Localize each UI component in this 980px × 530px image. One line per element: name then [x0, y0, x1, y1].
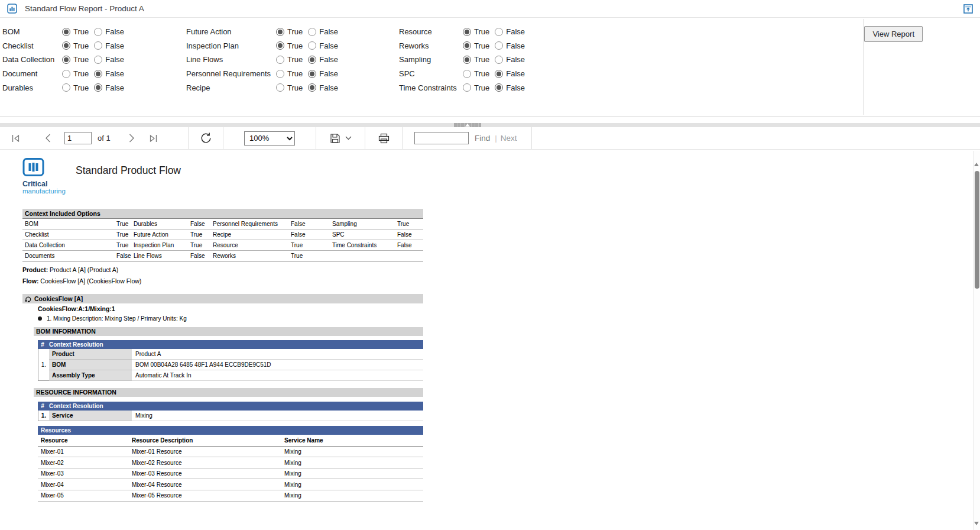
- radio-sampling-true[interactable]: True: [463, 55, 489, 64]
- next-page-button[interactable]: [128, 133, 135, 143]
- radio-checklist-true[interactable]: True: [62, 41, 89, 50]
- refresh-icon[interactable]: [199, 131, 213, 145]
- param-row-document: Document True False: [2, 67, 129, 81]
- report-viewer-toolbar: of 1 100%: [0, 127, 980, 150]
- save-dropdown-chevron-icon[interactable]: [345, 136, 352, 140]
- radio-recipe-true[interactable]: True: [276, 83, 303, 92]
- report-title: Standard Product Flow: [76, 164, 181, 177]
- scrollbar-thumb[interactable]: [975, 171, 979, 289]
- table-row: BOMTrue DurablesFalse Personnel Requirem…: [22, 219, 423, 230]
- scrollbar-down-arrow-icon[interactable]: [974, 522, 979, 525]
- param-row-spc: SPC True False: [399, 67, 530, 81]
- report-page: Critical manufacturing Standard Product …: [0, 150, 973, 530]
- param-row-inspection-plan: Inspection Plan True False: [186, 39, 343, 53]
- logo-bars-icon: [22, 158, 44, 177]
- bom-row-number: 1.: [38, 349, 49, 381]
- radio-spc-false[interactable]: False: [495, 69, 525, 78]
- find-group: Find | Next: [403, 127, 531, 149]
- radio-bom-true[interactable]: True: [62, 27, 89, 36]
- radio-reworks-false[interactable]: False: [495, 41, 525, 50]
- radio-line-flows-true[interactable]: True: [276, 55, 303, 64]
- radio-personnel-requirements-false[interactable]: False: [308, 69, 338, 78]
- radio-personnel-requirements-true[interactable]: True: [276, 69, 303, 78]
- zoom-group: 100%: [223, 127, 316, 149]
- radio-data-collection-true[interactable]: True: [62, 55, 89, 64]
- export-window-icon[interactable]: [963, 4, 973, 16]
- param-row-checklist: Checklist True False: [2, 39, 129, 53]
- flow-section-bar: CookiesFlow [A]: [22, 294, 423, 303]
- critical-manufacturing-logo: Critical manufacturing: [22, 158, 73, 195]
- radio-document-true[interactable]: True: [62, 69, 89, 78]
- parameters-column-3: Resource True False Reworks True False S…: [399, 25, 530, 95]
- bom-information-header: BOM INFORMATION: [34, 327, 423, 336]
- param-row-data-collection: Data Collection True False: [2, 53, 129, 67]
- radio-inspection-plan-true[interactable]: True: [276, 41, 303, 50]
- radio-time-constraints-false[interactable]: False: [495, 83, 525, 92]
- find-text-input[interactable]: [414, 132, 469, 144]
- param-row-reworks: Reworks True False: [399, 39, 530, 53]
- resources-header-bar: Resources: [38, 426, 423, 435]
- page-navigation-group: of 1: [0, 127, 188, 149]
- flow-icon: [25, 296, 31, 302]
- step-path: CookiesFlow:A:1/Mixing:1: [38, 305, 115, 312]
- radio-sampling-false[interactable]: False: [495, 55, 525, 64]
- table-row: Mixer-03 Mixer-03 Resource Mixing: [38, 468, 423, 480]
- radio-time-constraints-true[interactable]: True: [463, 83, 489, 92]
- parameters-column-1: BOM True False Checklist True False Data…: [2, 25, 129, 95]
- report-chart-icon: [7, 4, 17, 14]
- radio-inspection-plan-false[interactable]: False: [308, 41, 338, 50]
- radio-bom-false[interactable]: False: [94, 27, 124, 36]
- radio-future-action-false[interactable]: False: [308, 27, 338, 36]
- radio-durables-true[interactable]: True: [62, 83, 89, 92]
- radio-data-collection-false[interactable]: False: [94, 55, 124, 64]
- param-row-durables: Durables True False: [2, 80, 129, 95]
- page-title: Standard Flow Report - Product A: [25, 4, 144, 13]
- find-next-divider: |: [495, 134, 497, 143]
- table-row: DocumentsFalse Line FlowsFalse ReworksTr…: [22, 251, 423, 261]
- save-export-icon[interactable]: [330, 133, 340, 144]
- radio-resource-false[interactable]: False: [495, 27, 525, 36]
- print-icon[interactable]: [378, 133, 390, 144]
- page-number-input[interactable]: [64, 132, 92, 144]
- first-page-button[interactable]: [11, 134, 21, 143]
- spacer: [0, 117, 980, 123]
- zoom-select[interactable]: 100%: [244, 131, 295, 146]
- splitter-collapse-handle[interactable]: [454, 123, 481, 127]
- param-row-future-action: Future Action True False: [186, 25, 343, 39]
- radio-document-false[interactable]: False: [94, 69, 124, 78]
- find-link[interactable]: Find: [475, 134, 490, 143]
- radio-resource-true[interactable]: True: [463, 27, 489, 36]
- last-page-button[interactable]: [148, 134, 158, 143]
- page-count-label: of 1: [98, 134, 111, 143]
- flow-line: Flow: CookiesFlow [A] (CookiesFlow Flow): [22, 277, 141, 285]
- scrollbar-up-arrow-icon[interactable]: [974, 163, 979, 166]
- bom-table: 1. Product Product A BOM BOM 00B04A28 64…: [38, 349, 423, 381]
- vertical-scrollbar[interactable]: [973, 151, 980, 530]
- param-row-bom: BOM True False: [2, 25, 129, 39]
- table-row: Mixer-01 Mixer-01 Resource Mixing: [38, 447, 423, 458]
- radio-recipe-false[interactable]: False: [308, 83, 338, 92]
- logo-text-critical: Critical: [22, 180, 73, 188]
- view-report-button[interactable]: View Report: [864, 26, 923, 42]
- radio-future-action-true[interactable]: True: [276, 27, 303, 36]
- radio-durables-false[interactable]: False: [94, 83, 124, 92]
- param-row-time-constraints: Time Constraints True False: [399, 80, 530, 95]
- param-row-personnel-requirements: Personnel Requirements True False: [186, 67, 343, 81]
- param-row-sampling: Sampling True False: [399, 53, 530, 67]
- toolbar-separator: [531, 127, 532, 149]
- param-row-recipe: Recipe True False: [186, 80, 343, 95]
- panel-splitter: [0, 123, 980, 127]
- previous-page-button[interactable]: [44, 133, 51, 143]
- resource-information-header: RESOURCE INFORMATION: [34, 388, 423, 397]
- radio-checklist-false[interactable]: False: [94, 41, 124, 50]
- refresh-group: [189, 127, 223, 149]
- resource-context-resolution-header: # Context Resolution: [38, 402, 423, 411]
- parameters-column-2: Future Action True False Inspection Plan…: [186, 25, 343, 95]
- radio-spc-true[interactable]: True: [463, 69, 489, 78]
- radio-line-flows-false[interactable]: False: [308, 55, 338, 64]
- param-row-line-flows: Line Flows True False: [186, 53, 343, 67]
- context-options-header: Context Included Options: [22, 209, 423, 219]
- radio-reworks-true[interactable]: True: [463, 41, 489, 50]
- find-next-link[interactable]: Next: [501, 134, 517, 143]
- bom-context-resolution-header: # Context Resolution: [38, 340, 423, 349]
